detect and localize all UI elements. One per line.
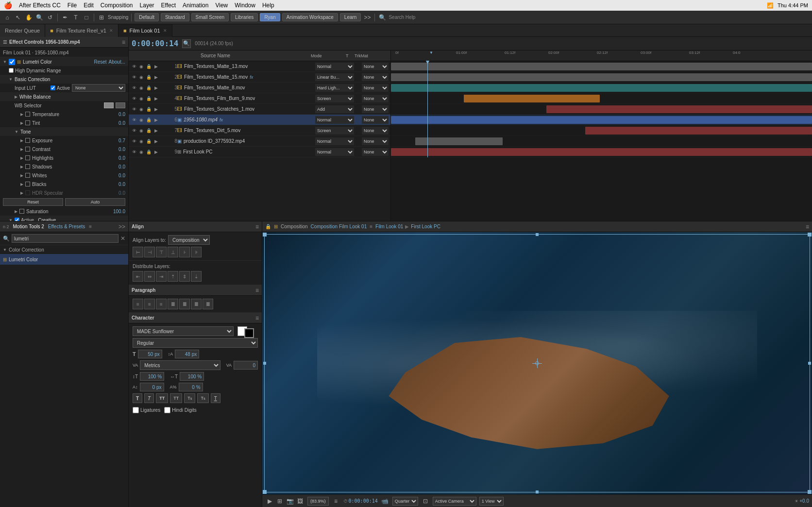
layer-6-mode[interactable]: Normal <box>315 116 354 124</box>
motion-tools-tab[interactable]: Motion Tools 2 <box>13 224 44 229</box>
track-bar-1[interactable] <box>391 63 812 70</box>
zoom-tool[interactable]: 🔍 <box>35 13 44 22</box>
layer-1-trk[interactable]: None <box>362 63 389 70</box>
tab-film-texture[interactable]: ■ Film Texture Reel_v1 ✕ <box>45 24 118 37</box>
layer-1-solo[interactable]: ◉ <box>138 63 145 70</box>
layer-1-eye[interactable]: 👁 <box>131 63 137 70</box>
track-bar-4[interactable] <box>464 95 600 102</box>
standard-btn[interactable]: Standard <box>161 13 189 21</box>
layer-8-mode[interactable]: Normal <box>315 137 354 145</box>
distribute-top[interactable]: ⇡ <box>168 271 178 282</box>
bold-btn[interactable]: T <box>133 393 142 403</box>
para-justify-all[interactable]: ≣ <box>203 299 213 309</box>
libraries-btn[interactable]: Libraries <box>231 13 258 21</box>
default-btn[interactable]: Default <box>135 13 159 21</box>
wb-eyedropper[interactable] <box>116 102 125 108</box>
comp-viewer-menu[interactable]: ≡ <box>806 223 809 230</box>
layer-1-lock[interactable]: 🔒 <box>145 63 152 70</box>
track-bar-3[interactable] <box>391 84 812 92</box>
layer-4-lock[interactable]: 🔒 <box>145 95 152 102</box>
layer-6-solo[interactable]: ◉ <box>138 117 145 123</box>
viewer-snapshot[interactable]: 📷 <box>286 497 294 506</box>
layer-row[interactable]: 👁 ◉ 🔒 ▶ 4 🎞 Film_Textures_Film_Burn_9.mo… <box>129 93 390 104</box>
menu-help[interactable]: Help <box>262 2 274 9</box>
menu-window[interactable]: Window <box>235 2 255 9</box>
layer-7-trk[interactable]: None <box>362 127 389 135</box>
baseline-input[interactable] <box>140 383 164 391</box>
align-right-edge[interactable]: ⊤ <box>156 247 167 257</box>
layer-8-collapse[interactable]: ▶ <box>152 138 159 145</box>
pen-tool[interactable]: ✒ <box>61 13 69 22</box>
menu-file[interactable]: File <box>68 2 77 9</box>
contrast-value[interactable]: 0.0 <box>108 147 125 152</box>
layer-row[interactable]: 👁 ◉ 🔒 ▶ 2 🎞 Film_Textures_Matte_15.mov f… <box>129 72 390 83</box>
layer-5-collapse[interactable]: ▶ <box>152 106 159 113</box>
animation-workspace-btn[interactable]: Animation Workspace <box>282 13 338 21</box>
layer-2-mode[interactable]: Linear Bu... <box>315 73 354 81</box>
blacks-value[interactable]: 0.0 <box>108 182 125 187</box>
search-help-icon[interactable]: 🔍 <box>378 13 387 22</box>
viewer-resolution-btn[interactable]: ≡ <box>332 497 340 506</box>
layer-row[interactable]: 👁 ◉ 🔒 ▶ 5 🎞 Film_Textures_Scratches_1.mo… <box>129 104 390 115</box>
viewer-canvas[interactable] <box>262 232 812 494</box>
para-align-right[interactable]: ≡ <box>156 299 167 309</box>
viewer-timecode[interactable]: 0:00:00:14 <box>349 498 378 504</box>
align-vertical-center[interactable]: ⊦ <box>179 247 190 257</box>
layer-3-lock[interactable]: 🔒 <box>145 84 152 91</box>
layer-5-eye[interactable]: 👁 <box>131 106 137 113</box>
lumetri-enable-checkbox[interactable] <box>9 59 15 65</box>
layer-5-mode[interactable]: Add <box>315 105 354 113</box>
menu-effect[interactable]: Effect <box>161 2 176 9</box>
layer-1-collapse[interactable]: ▶ <box>152 63 159 70</box>
layer-2-trk[interactable]: None <box>362 73 389 81</box>
layer-9-solo[interactable]: ◉ <box>138 149 145 155</box>
sh-stopwatch[interactable] <box>25 164 30 169</box>
layer-6-collapse[interactable]: ▶ <box>152 117 159 123</box>
layer-5-lock[interactable]: 🔒 <box>145 106 152 113</box>
layer-6-eye[interactable]: 👁 <box>131 117 137 123</box>
hand-tool[interactable]: ✋ <box>24 13 33 22</box>
layer-2-collapse[interactable]: ▶ <box>152 74 159 81</box>
creative-active-checkbox[interactable] <box>15 218 19 221</box>
timeline-ruler[interactable]: 0f ▼ 01:00f 01:12f 02:00f 02:12f 03:00f … <box>391 51 812 61</box>
exp-stopwatch[interactable] <box>25 138 30 143</box>
effects-presets-menu[interactable]: >> <box>118 223 125 230</box>
whites-value[interactable]: 0.0 <box>108 173 125 178</box>
menu-edit[interactable]: Edit <box>84 2 94 9</box>
tracking-input[interactable] <box>234 361 258 370</box>
align-horizontal-center[interactable]: ⊣ <box>144 247 155 257</box>
layer-9-collapse[interactable]: ▶ <box>152 149 159 155</box>
wh-stopwatch[interactable] <box>25 173 30 178</box>
expand-workspaces-icon[interactable]: >> <box>363 13 372 22</box>
hl-stopwatch[interactable] <box>25 155 30 160</box>
layer-4-solo[interactable]: ◉ <box>138 95 145 102</box>
para-justify-center[interactable]: ≣ <box>179 299 190 309</box>
layer-1-mode[interactable]: Normal <box>315 63 354 70</box>
distribute-left[interactable]: ⇤ <box>133 271 143 282</box>
layer-5-trk[interactable]: None <box>362 105 389 113</box>
h-scale-input[interactable] <box>180 372 204 381</box>
layer-3-mode[interactable]: Hard Ligh... <box>315 84 354 92</box>
viewer-zoom-btn[interactable]: (83.9%) <box>307 497 329 506</box>
char-style-select[interactable]: Regular <box>133 338 258 348</box>
layer-9-lock[interactable]: 🔒 <box>145 149 152 155</box>
wb-header[interactable]: ▶ White Balance <box>0 92 128 101</box>
paragraph-menu[interactable]: ≡ <box>255 287 259 294</box>
track-bar-5[interactable] <box>546 105 812 113</box>
align-bottom-edge[interactable]: ⊧ <box>191 247 202 257</box>
layer-6-fx[interactable]: fx <box>220 118 223 122</box>
search-timecode[interactable]: 🔍 <box>182 39 191 48</box>
layer-2-lock[interactable]: 🔒 <box>145 74 152 81</box>
select-tool[interactable]: ↖ <box>14 13 22 22</box>
layer-9-mode[interactable]: Normal <box>315 148 354 156</box>
search-help-label[interactable]: Search Help <box>389 15 415 20</box>
exposure-value[interactable]: 0.7 <box>108 138 125 143</box>
subscript-btn[interactable]: Ts <box>197 393 208 403</box>
ryan-btn[interactable]: Ryan <box>260 13 280 21</box>
align-layers-to-select[interactable]: Composition <box>168 235 210 245</box>
input-lut-select[interactable]: None <box>72 84 125 92</box>
saturation-basic-value[interactable]: 100.0 <box>108 209 125 214</box>
text-tool[interactable]: T <box>71 13 80 22</box>
tab-render-queue[interactable]: Render Queue <box>0 24 45 37</box>
font-size-input[interactable] <box>138 350 162 358</box>
